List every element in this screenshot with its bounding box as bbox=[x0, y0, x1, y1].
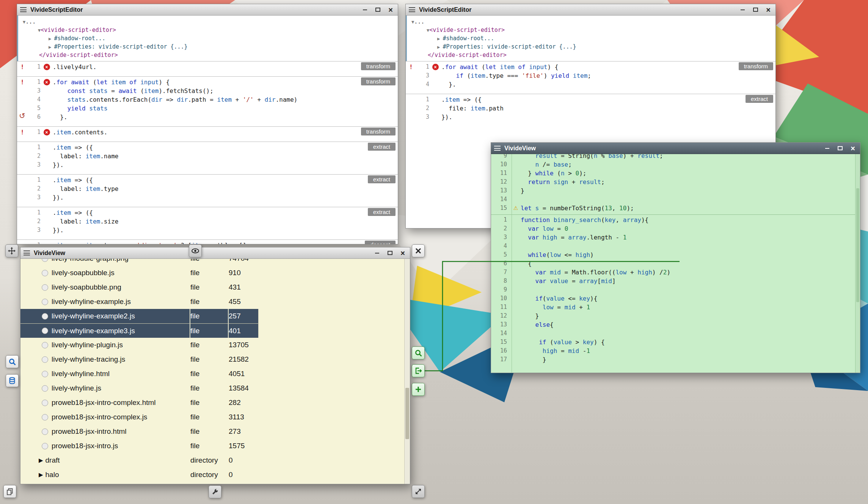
expand-arrows-icon bbox=[414, 488, 422, 495]
file-row[interactable]: lively-whyline.htmlfile4051 bbox=[20, 367, 259, 381]
file-row[interactable]: lively-soapbubble.jsfile910 bbox=[20, 266, 259, 280]
file-row[interactable]: lively-whyline-plugin.jsfile13705 bbox=[20, 338, 259, 352]
script-list: transform!1×.for await (let item of inpu… bbox=[406, 61, 775, 126]
code-view-body[interactable]: 9 result = String(n % base) + result;10 … bbox=[491, 154, 860, 373]
file-row[interactable]: lively-whyline-example.jsfile455 bbox=[20, 295, 259, 309]
file-row[interactable]: lively-whyline-example2.jsfile257 bbox=[20, 309, 259, 323]
maximize-button[interactable] bbox=[836, 145, 844, 152]
hamburger-menu-icon[interactable] bbox=[494, 146, 501, 151]
script-section[interactable]: transform!1×.for await (let item of inpu… bbox=[406, 61, 775, 94]
dom-tree-node[interactable]: ▼<vivide-script-editor> bbox=[407, 26, 775, 35]
expand-triangle-icon[interactable]: ▶ bbox=[39, 457, 43, 464]
titlebar[interactable]: VivideView × bbox=[491, 143, 860, 154]
search-button[interactable] bbox=[6, 355, 19, 368]
dom-tree-node[interactable]: ▼... bbox=[407, 18, 775, 26]
script-section[interactable]: extract1.item => ({2 label: item.type3})… bbox=[17, 174, 398, 207]
script-type-badge[interactable]: extract bbox=[368, 143, 396, 151]
script-section[interactable]: extract1.item => ({2 file: item.path3}). bbox=[406, 94, 775, 126]
dom-tree-node[interactable]: ▶ #shadow-root... bbox=[18, 35, 398, 43]
hamburger-menu-icon[interactable] bbox=[24, 250, 30, 255]
dom-tree-node[interactable]: ▶ #Properties: vivide-script-editor {...… bbox=[407, 43, 775, 51]
duplicate-button[interactable] bbox=[3, 485, 16, 498]
close-button[interactable]: × bbox=[849, 145, 857, 152]
drag-handle-button[interactable] bbox=[5, 244, 18, 257]
maximize-button[interactable] bbox=[751, 6, 760, 13]
file-row[interactable]: lively-whyline-example3.jsfile401 bbox=[20, 323, 259, 338]
minimize-button[interactable] bbox=[823, 145, 831, 152]
data-source-button[interactable] bbox=[6, 374, 19, 387]
dom-tree[interactable]: ▼...▼<vivide-script-editor>▶ #shadow-roo… bbox=[17, 16, 398, 61]
undo-icon[interactable]: ↺ bbox=[19, 111, 25, 120]
script-section[interactable]: descent1.item => item.type === 'director… bbox=[17, 239, 398, 244]
script-type-badge[interactable]: extract bbox=[368, 208, 396, 216]
maximize-button[interactable] bbox=[386, 250, 394, 257]
dom-tree-node[interactable]: ▶ #Properties: vivide-script-editor {...… bbox=[18, 43, 398, 51]
preview-button[interactable] bbox=[189, 244, 202, 257]
script-type-badge[interactable]: transform bbox=[739, 62, 773, 70]
titlebar[interactable]: VivideView × bbox=[20, 247, 410, 259]
file-size: 74704 bbox=[229, 259, 259, 266]
script-type-badge[interactable]: extract bbox=[746, 95, 773, 103]
code-section[interactable]: 1function binary_search(key, array){2 va… bbox=[491, 214, 860, 366]
file-row[interactable]: lively-module-graph.pngfile74704 bbox=[20, 259, 259, 266]
close-button[interactable]: × bbox=[386, 6, 395, 13]
script-type-badge[interactable]: extract bbox=[368, 175, 396, 183]
minimize-button[interactable] bbox=[738, 6, 747, 13]
close-button[interactable]: × bbox=[399, 250, 407, 257]
script-section[interactable]: transform!1×.item.contents. bbox=[17, 126, 398, 142]
window-title: VivideScriptEditor bbox=[30, 6, 83, 13]
close-view-button[interactable] bbox=[412, 244, 425, 257]
resize-button[interactable] bbox=[412, 485, 425, 498]
minimize-button[interactable] bbox=[373, 250, 381, 257]
script-type-badge[interactable]: transform bbox=[361, 128, 396, 135]
dom-tree-node[interactable]: ▼... bbox=[18, 18, 398, 26]
dom-tree-node[interactable]: ▶ #shadow-root... bbox=[407, 35, 775, 43]
scrollbar[interactable] bbox=[404, 259, 410, 484]
file-row[interactable]: lively-whyline-tracing.jsfile21582 bbox=[20, 352, 259, 367]
dom-tree-node[interactable]: </vivide-script-editor> bbox=[18, 51, 398, 59]
file-row[interactable]: lively-whyline.jsfile13584 bbox=[20, 381, 259, 395]
script-type-badge[interactable]: transform bbox=[361, 77, 396, 85]
file-name: lively-whyline-plugin.js bbox=[52, 341, 123, 349]
dom-tree-node[interactable]: </vivide-script-editor> bbox=[407, 51, 775, 59]
file-row[interactable]: proweb18-jsx-intro-complex.jsfile3113 bbox=[20, 410, 259, 424]
export-connection-button[interactable] bbox=[412, 364, 425, 377]
hamburger-menu-icon[interactable] bbox=[409, 7, 415, 12]
wrench-icon bbox=[211, 488, 219, 496]
file-row[interactable]: index.htmlfile231 bbox=[20, 482, 259, 484]
file-row[interactable]: lively-soapbubble.pngfile431 bbox=[20, 280, 259, 295]
script-section[interactable]: extract1.item => ({2 label: item.name3})… bbox=[17, 142, 398, 174]
minimize-button[interactable] bbox=[361, 6, 369, 13]
file-type: file bbox=[190, 352, 229, 367]
script-section[interactable]: transform!1×.lively4url. bbox=[17, 61, 398, 76]
plus-icon bbox=[414, 386, 422, 393]
code-section[interactable]: 9 result = String(n % base) + result;10 … bbox=[491, 154, 860, 214]
script-type-badge[interactable]: descent bbox=[365, 241, 396, 244]
expand-triangle-icon[interactable]: ▶ bbox=[39, 471, 43, 478]
directory-row[interactable]: ▶draftdirectory0 bbox=[20, 453, 259, 468]
scrollbar-thumb[interactable] bbox=[405, 388, 409, 439]
tools-button[interactable] bbox=[209, 485, 221, 498]
directory-row[interactable]: ▶halodirectory0 bbox=[20, 468, 259, 482]
add-view-button[interactable] bbox=[412, 383, 425, 396]
scrollbar-thumb[interactable] bbox=[856, 188, 859, 302]
titlebar[interactable]: VivideScriptEditor × bbox=[406, 4, 775, 16]
file-name: lively-whyline.js bbox=[52, 384, 101, 392]
file-row[interactable]: proweb18-jsx-intro.jsfile1575 bbox=[20, 439, 259, 453]
file-type: file bbox=[190, 323, 229, 338]
search-script-button[interactable] bbox=[412, 346, 425, 359]
file-row[interactable]: proweb18-jsx-intro-complex.htmlfile282 bbox=[20, 395, 259, 410]
file-name: lively-whyline-example2.js bbox=[52, 312, 135, 320]
script-section[interactable]: transform!1×.for await (let item of inpu… bbox=[17, 76, 398, 126]
file-name: proweb18-jsx-intro-complex.js bbox=[52, 413, 147, 421]
maximize-button[interactable] bbox=[374, 6, 382, 13]
dom-tree[interactable]: ▼...▼<vivide-script-editor>▶ #shadow-roo… bbox=[406, 16, 775, 61]
close-button[interactable]: × bbox=[764, 6, 772, 13]
titlebar[interactable]: VivideScriptEditor × bbox=[17, 4, 398, 16]
script-type-badge[interactable]: transform bbox=[361, 62, 396, 70]
dom-tree-node[interactable]: ▼<vivide-script-editor> bbox=[18, 26, 398, 35]
scrollbar[interactable] bbox=[855, 154, 860, 373]
script-section[interactable]: extract1.item => ({2 label: item.size3})… bbox=[17, 207, 398, 239]
hamburger-menu-icon[interactable] bbox=[20, 7, 27, 12]
file-row[interactable]: proweb18-jsx-intro.htmlfile273 bbox=[20, 424, 259, 439]
